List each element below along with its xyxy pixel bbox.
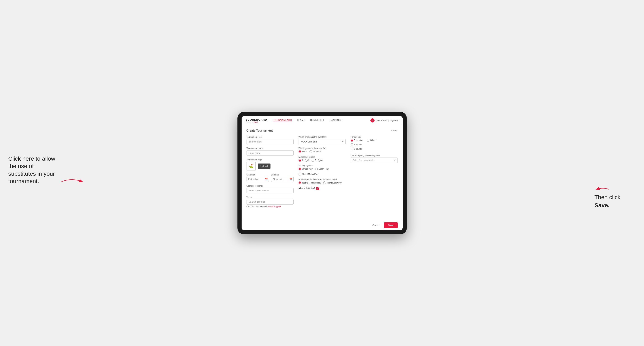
end-date-label: End date xyxy=(271,173,294,176)
arrow-left-indicator xyxy=(60,175,84,188)
division-label: Which division is the event for? xyxy=(298,136,346,138)
substitutes-group: Allow substitutes? xyxy=(298,187,346,190)
teams-individuals-group: Is this event for Teams and/or Individua… xyxy=(298,178,346,184)
sponsor-input[interactable] xyxy=(246,188,294,193)
form-section-left: Tournament Host Tournament name Tourname… xyxy=(246,136,294,210)
logo-upload-area: ⛳ Upload xyxy=(246,162,294,171)
page-content: Create Tournament Back Tournament Host T… xyxy=(242,125,403,220)
round-1[interactable]: 1 xyxy=(298,159,303,162)
user-name: blair admin xyxy=(376,119,387,122)
scoring-service-label: Use third-party live scoring API? xyxy=(350,155,398,157)
scoring-system-group: Scoring system Stroke Play Match Play xyxy=(298,165,346,175)
end-date-wrapper: 📅 xyxy=(271,177,294,182)
round-3[interactable]: 3 xyxy=(312,159,316,162)
scoring-radio-group: Stroke Play Match Play Medal Match Play xyxy=(298,168,346,175)
individuals-only[interactable]: Individuals Only xyxy=(323,181,342,184)
division-group: Which division is the event for? NCAA Di… xyxy=(298,136,346,144)
gender-radio-group: Mens Womens xyxy=(298,150,346,153)
teams-individuals[interactable]: Teams (+Individuals) xyxy=(298,181,321,184)
nav-user: B blair admin | Sign out xyxy=(370,118,398,123)
rounds-group: Number of rounds 1 2 3 4 xyxy=(298,156,346,162)
page-wrapper: Click here to allow the use of substitut… xyxy=(8,112,636,234)
calendar-icon-end: 📅 xyxy=(290,178,292,181)
format-type-label: Format type xyxy=(350,136,398,138)
scoring-stroke-play[interactable]: Stroke Play xyxy=(298,168,312,170)
form-grid: Tournament Host Tournament name Tourname… xyxy=(246,136,398,210)
start-date-label: Start date xyxy=(246,173,269,176)
nav-committee[interactable]: COMMITTEE xyxy=(310,119,325,122)
gender-mens[interactable]: Mens xyxy=(298,150,307,153)
footer-bar: Cancel Save xyxy=(242,220,403,230)
tournament-name-input[interactable] xyxy=(246,150,294,156)
logo-placeholder: ⛳ xyxy=(246,162,256,171)
scoring-service-group: Use third-party live scoring API? Select… xyxy=(350,155,398,163)
page-header: Create Tournament Back xyxy=(246,129,398,132)
tournament-logo-label: Tournament logo xyxy=(246,159,294,161)
venue-support: Can't find your venue? email support xyxy=(246,205,294,208)
start-date-group: Start date 📅 xyxy=(246,173,269,182)
logo-area: SCOREBOARD Powered by clippd xyxy=(246,118,267,123)
format-6count4[interactable]: 6 count 4 xyxy=(350,143,398,146)
tablet-screen: SCOREBOARD Powered by clippd TOURNAMENTS… xyxy=(242,116,403,230)
gender-label: Which gender is the event for? xyxy=(298,147,346,150)
logo-powered: Powered by clippd xyxy=(246,121,267,123)
rounds-radio-group: 1 2 3 4 xyxy=(298,159,346,162)
venue-group: Venue Can't find your venue? email suppo… xyxy=(246,196,294,208)
gender-group: Which gender is the event for? Mens Wome… xyxy=(298,147,346,153)
scoring-system-label: Scoring system xyxy=(298,165,346,167)
cancel-button[interactable]: Cancel xyxy=(370,223,382,228)
annotation-left: Click here to allow the use of substitut… xyxy=(8,155,58,185)
scoring-service-select[interactable]: Select & scoring service xyxy=(350,158,398,163)
form-section-right: Format type 5 count 4 Other xyxy=(350,136,398,210)
tournament-host-input[interactable] xyxy=(246,139,294,144)
nav-rankings[interactable]: RANKINGS xyxy=(330,119,342,122)
logo-scoreboard: SCOREBOARD xyxy=(246,118,267,121)
venue-input[interactable] xyxy=(246,199,294,204)
rounds-label: Number of rounds xyxy=(298,156,346,158)
format-6count5[interactable]: 6 count 5 xyxy=(350,148,398,150)
round-2[interactable]: 2 xyxy=(305,159,310,162)
substitutes-checkbox[interactable] xyxy=(316,187,319,190)
sponsor-group: Sponsor (optional) xyxy=(246,185,294,193)
avatar: B xyxy=(370,118,374,123)
calendar-icon: 📅 xyxy=(265,178,268,181)
end-date-group: End date 📅 xyxy=(271,173,294,182)
format-type-group: Format type 5 count 4 Other xyxy=(350,136,398,150)
scoring-match-play[interactable]: Match Play xyxy=(315,168,329,170)
date-row: Start date 📅 End date 📅 xyxy=(246,173,294,182)
division-select[interactable]: NCAA Division I NCAA Division II NCAA Di… xyxy=(298,139,346,144)
email-support-link[interactable]: email support xyxy=(268,205,281,208)
tournament-host-label: Tournament Host xyxy=(246,136,294,138)
format-type-options: 5 count 4 Other 6 count 4 xyxy=(350,139,398,150)
teams-radio-group: Teams (+Individuals) Individuals Only xyxy=(298,181,346,184)
upload-button[interactable]: Upload xyxy=(258,164,271,169)
sign-out-link[interactable]: Sign out xyxy=(390,119,398,122)
nav-teams[interactable]: TEAMS xyxy=(297,119,305,122)
tournament-name-group: Tournament name xyxy=(246,147,294,156)
gender-womens[interactable]: Womens xyxy=(310,150,321,153)
back-button[interactable]: Back xyxy=(391,129,398,132)
nav-links: TOURNAMENTS TEAMS COMMITTEE RANKINGS xyxy=(273,119,370,122)
annotation-right: Then click Save. xyxy=(594,186,636,209)
scoring-medal-match-play[interactable]: Medal Match Play xyxy=(298,173,318,175)
sponsor-label: Sponsor (optional) xyxy=(246,185,294,187)
teams-label: Is this event for Teams and/or Individua… xyxy=(298,178,346,181)
start-date-wrapper: 📅 xyxy=(246,177,269,182)
format-other[interactable]: Other xyxy=(367,139,375,142)
round-4[interactable]: 4 xyxy=(318,159,322,162)
substitutes-checkbox-label[interactable]: Allow substitutes? xyxy=(298,187,346,190)
form-section-middle: Which division is the event for? NCAA Di… xyxy=(298,136,346,210)
venue-label: Venue xyxy=(246,196,294,198)
tournament-host-group: Tournament Host xyxy=(246,136,294,144)
tablet-frame: SCOREBOARD Powered by clippd TOURNAMENTS… xyxy=(238,112,407,234)
annotation-right-text: Then click Save. xyxy=(594,194,620,208)
tournament-name-label: Tournament name xyxy=(246,147,294,150)
arrow-right-indicator xyxy=(594,186,611,192)
page-title: Create Tournament xyxy=(246,129,273,132)
nav-tournaments[interactable]: TOURNAMENTS xyxy=(273,119,292,122)
substitutes-label: Allow substitutes? xyxy=(298,187,315,189)
format-5count4[interactable]: 5 count 4 xyxy=(350,139,362,142)
nav-bar: SCOREBOARD Powered by clippd TOURNAMENTS… xyxy=(242,116,403,125)
tournament-logo-group: Tournament logo ⛳ Upload xyxy=(246,159,294,171)
save-button[interactable]: Save xyxy=(384,222,398,228)
